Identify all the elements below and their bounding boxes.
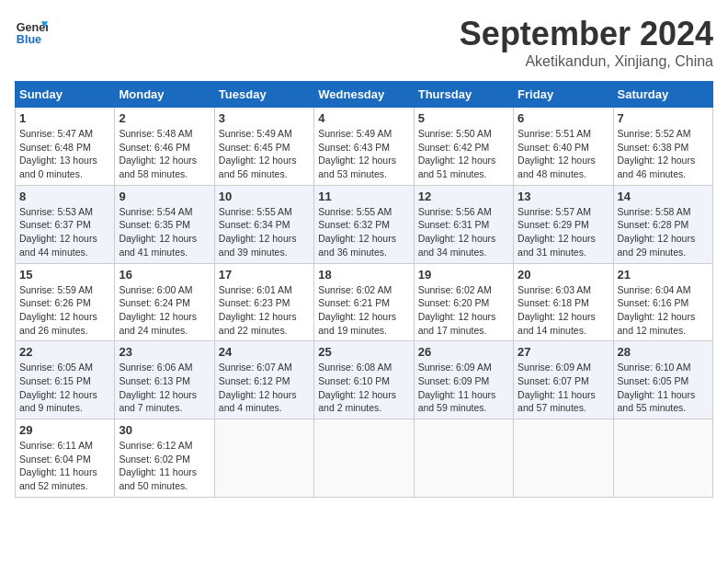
day-number: 22 xyxy=(19,345,110,359)
calendar-week-row: 22Sunrise: 6:05 AMSunset: 6:15 PMDayligh… xyxy=(16,341,713,419)
calendar-day-cell: 5Sunrise: 5:50 AMSunset: 6:42 PMDaylight… xyxy=(414,108,513,186)
svg-text:Blue: Blue xyxy=(17,33,41,46)
calendar-table: Sunday Monday Tuesday Wednesday Thursday… xyxy=(15,81,713,498)
day-info: Sunrise: 5:53 AMSunset: 6:37 PMDaylight:… xyxy=(19,205,110,259)
day-info: Sunrise: 5:49 AMSunset: 6:43 PMDaylight:… xyxy=(318,127,409,181)
day-number: 17 xyxy=(219,268,310,282)
day-info: Sunrise: 5:51 AMSunset: 6:40 PMDaylight:… xyxy=(518,127,609,181)
day-number: 8 xyxy=(19,190,110,203)
day-info: Sunrise: 5:48 AMSunset: 6:46 PMDaylight:… xyxy=(119,127,210,181)
day-number: 23 xyxy=(119,345,210,359)
col-tuesday: Tuesday xyxy=(214,82,313,108)
day-info: Sunrise: 6:10 AMSunset: 6:05 PMDaylight:… xyxy=(618,361,709,415)
calendar-empty-cell xyxy=(514,419,613,498)
calendar-day-cell: 8Sunrise: 5:53 AMSunset: 6:37 PMDaylight… xyxy=(16,185,115,263)
calendar-day-cell: 3Sunrise: 5:49 AMSunset: 6:45 PMDaylight… xyxy=(214,108,313,186)
calendar-day-cell: 26Sunrise: 6:09 AMSunset: 6:09 PMDayligh… xyxy=(414,341,513,419)
calendar-day-cell: 11Sunrise: 5:55 AMSunset: 6:32 PMDayligh… xyxy=(314,185,414,263)
day-info: Sunrise: 5:54 AMSunset: 6:35 PMDaylight:… xyxy=(119,205,210,259)
calendar-day-cell: 2Sunrise: 5:48 AMSunset: 6:46 PMDaylight… xyxy=(115,108,214,186)
col-monday: Monday xyxy=(115,82,214,108)
calendar-day-cell: 1Sunrise: 5:47 AMSunset: 6:48 PMDaylight… xyxy=(16,108,115,186)
day-number: 10 xyxy=(219,190,310,203)
calendar-day-cell: 12Sunrise: 5:56 AMSunset: 6:31 PMDayligh… xyxy=(414,185,513,263)
col-sunday: Sunday xyxy=(16,82,115,108)
day-number: 9 xyxy=(119,190,210,203)
day-number: 18 xyxy=(318,268,409,282)
calendar-day-cell: 13Sunrise: 5:57 AMSunset: 6:29 PMDayligh… xyxy=(514,185,613,263)
calendar-day-cell: 18Sunrise: 6:02 AMSunset: 6:21 PMDayligh… xyxy=(314,263,414,341)
calendar-week-row: 29Sunrise: 6:11 AMSunset: 6:04 PMDayligh… xyxy=(16,419,713,498)
day-number: 5 xyxy=(418,111,509,125)
day-number: 24 xyxy=(219,345,310,359)
calendar-day-cell: 7Sunrise: 5:52 AMSunset: 6:38 PMDaylight… xyxy=(613,108,712,186)
calendar-day-cell: 22Sunrise: 6:05 AMSunset: 6:15 PMDayligh… xyxy=(16,341,115,419)
calendar-day-cell: 14Sunrise: 5:58 AMSunset: 6:28 PMDayligh… xyxy=(613,185,712,263)
day-number: 20 xyxy=(518,268,609,282)
calendar-day-cell: 27Sunrise: 6:09 AMSunset: 6:07 PMDayligh… xyxy=(514,341,613,419)
day-info: Sunrise: 5:49 AMSunset: 6:45 PMDaylight:… xyxy=(219,127,310,181)
col-wednesday: Wednesday xyxy=(314,82,414,108)
header: General Blue September 2024 Aketikandun,… xyxy=(15,15,713,70)
calendar-day-cell: 10Sunrise: 5:55 AMSunset: 6:34 PMDayligh… xyxy=(214,185,313,263)
day-info: Sunrise: 6:09 AMSunset: 6:09 PMDaylight:… xyxy=(418,361,509,415)
day-info: Sunrise: 6:06 AMSunset: 6:13 PMDaylight:… xyxy=(119,361,210,415)
location-subtitle: Aketikandun, Xinjiang, China xyxy=(460,53,713,70)
day-info: Sunrise: 6:00 AMSunset: 6:24 PMDaylight:… xyxy=(119,283,210,338)
day-info: Sunrise: 6:09 AMSunset: 6:07 PMDaylight:… xyxy=(518,361,609,415)
day-number: 3 xyxy=(219,111,310,125)
calendar-day-cell: 28Sunrise: 6:10 AMSunset: 6:05 PMDayligh… xyxy=(613,341,712,419)
calendar-day-cell: 19Sunrise: 6:02 AMSunset: 6:20 PMDayligh… xyxy=(414,263,513,341)
day-number: 16 xyxy=(119,268,210,282)
day-info: Sunrise: 5:59 AMSunset: 6:26 PMDaylight:… xyxy=(19,283,110,338)
calendar-day-cell: 20Sunrise: 6:03 AMSunset: 6:18 PMDayligh… xyxy=(514,263,613,341)
day-number: 19 xyxy=(418,268,509,282)
day-info: Sunrise: 6:05 AMSunset: 6:15 PMDaylight:… xyxy=(19,361,110,415)
calendar-week-row: 8Sunrise: 5:53 AMSunset: 6:37 PMDaylight… xyxy=(16,185,713,263)
day-number: 13 xyxy=(518,190,609,203)
logo: General Blue xyxy=(15,15,48,48)
day-info: Sunrise: 6:12 AMSunset: 6:02 PMDaylight:… xyxy=(119,439,210,493)
day-number: 7 xyxy=(618,111,709,125)
day-number: 2 xyxy=(119,111,210,125)
calendar-week-row: 15Sunrise: 5:59 AMSunset: 6:26 PMDayligh… xyxy=(16,263,713,341)
day-number: 30 xyxy=(119,423,210,437)
day-number: 25 xyxy=(318,345,409,359)
month-title: September 2024 xyxy=(460,15,713,53)
day-info: Sunrise: 6:02 AMSunset: 6:21 PMDaylight:… xyxy=(318,283,409,338)
day-info: Sunrise: 5:52 AMSunset: 6:38 PMDaylight:… xyxy=(618,127,709,181)
day-number: 28 xyxy=(618,345,709,359)
calendar-day-cell: 17Sunrise: 6:01 AMSunset: 6:23 PMDayligh… xyxy=(214,263,313,341)
weekday-header-row: Sunday Monday Tuesday Wednesday Thursday… xyxy=(16,82,713,108)
day-info: Sunrise: 5:55 AMSunset: 6:32 PMDaylight:… xyxy=(318,205,409,259)
col-saturday: Saturday xyxy=(613,82,712,108)
day-info: Sunrise: 6:07 AMSunset: 6:12 PMDaylight:… xyxy=(219,361,310,415)
day-info: Sunrise: 6:11 AMSunset: 6:04 PMDaylight:… xyxy=(19,439,110,493)
day-number: 6 xyxy=(518,111,609,125)
day-info: Sunrise: 5:47 AMSunset: 6:48 PMDaylight:… xyxy=(19,127,110,181)
day-number: 12 xyxy=(418,190,509,203)
calendar-empty-cell xyxy=(613,419,712,498)
calendar-week-row: 1Sunrise: 5:47 AMSunset: 6:48 PMDaylight… xyxy=(16,108,713,186)
day-info: Sunrise: 6:04 AMSunset: 6:16 PMDaylight:… xyxy=(618,283,709,338)
calendar-day-cell: 16Sunrise: 6:00 AMSunset: 6:24 PMDayligh… xyxy=(115,263,214,341)
calendar-day-cell: 30Sunrise: 6:12 AMSunset: 6:02 PMDayligh… xyxy=(115,419,214,498)
day-info: Sunrise: 5:55 AMSunset: 6:34 PMDaylight:… xyxy=(219,205,310,259)
day-info: Sunrise: 6:01 AMSunset: 6:23 PMDaylight:… xyxy=(219,283,310,338)
day-number: 26 xyxy=(418,345,509,359)
calendar-day-cell: 25Sunrise: 6:08 AMSunset: 6:10 PMDayligh… xyxy=(314,341,414,419)
calendar-day-cell: 15Sunrise: 5:59 AMSunset: 6:26 PMDayligh… xyxy=(16,263,115,341)
calendar-empty-cell xyxy=(414,419,513,498)
day-info: Sunrise: 6:02 AMSunset: 6:20 PMDaylight:… xyxy=(418,283,509,338)
calendar-day-cell: 29Sunrise: 6:11 AMSunset: 6:04 PMDayligh… xyxy=(16,419,115,498)
day-info: Sunrise: 5:50 AMSunset: 6:42 PMDaylight:… xyxy=(418,127,509,181)
calendar-empty-cell xyxy=(314,419,414,498)
logo-icon: General Blue xyxy=(15,15,48,48)
day-info: Sunrise: 5:56 AMSunset: 6:31 PMDaylight:… xyxy=(418,205,509,259)
day-number: 15 xyxy=(19,268,110,282)
col-friday: Friday xyxy=(514,82,613,108)
calendar-day-cell: 23Sunrise: 6:06 AMSunset: 6:13 PMDayligh… xyxy=(115,341,214,419)
day-number: 29 xyxy=(19,423,110,437)
day-info: Sunrise: 6:08 AMSunset: 6:10 PMDaylight:… xyxy=(318,361,409,415)
day-number: 4 xyxy=(318,111,409,125)
